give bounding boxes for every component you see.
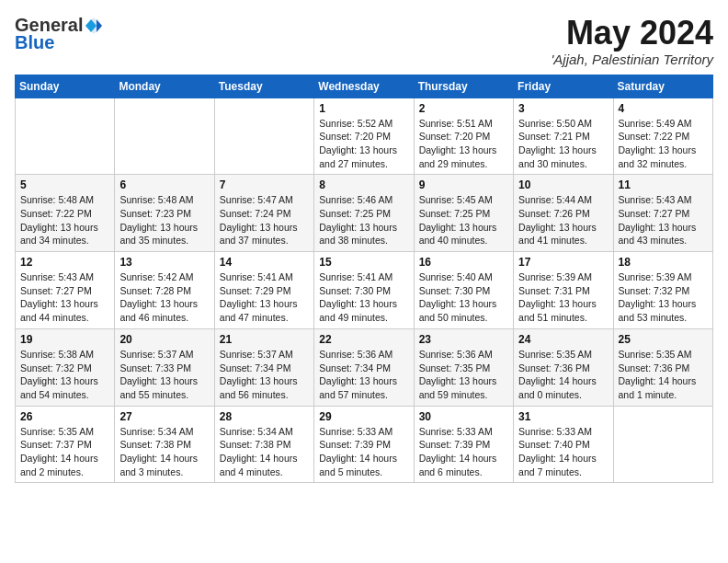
calendar-cell: 22Sunrise: 5:36 AM Sunset: 7:34 PM Dayli…: [314, 328, 414, 406]
day-number: 9: [419, 178, 508, 191]
day-number: 22: [319, 333, 408, 346]
calendar-cell: 27Sunrise: 5:34 AM Sunset: 7:38 PM Dayli…: [115, 406, 214, 483]
day-number: 28: [220, 410, 309, 423]
calendar-cell: 5Sunrise: 5:48 AM Sunset: 7:22 PM Daylig…: [16, 175, 115, 252]
calendar-cell: 25Sunrise: 5:35 AM Sunset: 7:36 PM Dayli…: [613, 328, 712, 406]
day-number: 21: [220, 333, 309, 346]
calendar-cell: 26Sunrise: 5:35 AM Sunset: 7:37 PM Dayli…: [16, 406, 115, 483]
calendar-cell: 23Sunrise: 5:36 AM Sunset: 7:35 PM Dayli…: [414, 328, 513, 406]
day-info: Sunrise: 5:41 AM Sunset: 7:30 PM Dayligh…: [319, 270, 408, 325]
day-info: Sunrise: 5:35 AM Sunset: 7:36 PM Dayligh…: [518, 348, 608, 402]
svg-marker-1: [97, 19, 102, 32]
day-info: Sunrise: 5:46 AM Sunset: 7:25 PM Dayligh…: [319, 193, 408, 247]
month-title: May 2024: [551, 15, 713, 52]
calendar-cell: 9Sunrise: 5:45 AM Sunset: 7:25 PM Daylig…: [414, 175, 513, 252]
day-info: Sunrise: 5:43 AM Sunset: 7:27 PM Dayligh…: [619, 193, 708, 247]
calendar-cell: 30Sunrise: 5:33 AM Sunset: 7:39 PM Dayli…: [414, 406, 513, 483]
day-info: Sunrise: 5:45 AM Sunset: 7:25 PM Dayligh…: [419, 193, 508, 247]
calendar-cell: 12Sunrise: 5:43 AM Sunset: 7:27 PM Dayli…: [16, 252, 115, 329]
day-number: 6: [119, 178, 209, 191]
day-info: Sunrise: 5:52 AM Sunset: 7:20 PM Dayligh…: [319, 117, 408, 171]
day-number: 1: [319, 102, 408, 115]
calendar-week-row: 5Sunrise: 5:48 AM Sunset: 7:22 PM Daylig…: [16, 175, 713, 252]
calendar-cell: [214, 98, 313, 175]
calendar-cell: 2Sunrise: 5:51 AM Sunset: 7:20 PM Daylig…: [414, 98, 513, 175]
column-header-sunday: Sunday: [16, 75, 115, 98]
calendar-cell: 28Sunrise: 5:34 AM Sunset: 7:38 PM Dayli…: [214, 406, 313, 483]
day-number: 17: [518, 256, 608, 269]
day-number: 3: [518, 102, 608, 115]
location: 'Ajjah, Palestinian Territory: [551, 52, 713, 67]
calendar-week-row: 1Sunrise: 5:52 AM Sunset: 7:20 PM Daylig…: [16, 98, 713, 175]
page-header: General Blue May 2024 'Ajjah, Palestinia…: [15, 15, 713, 67]
calendar-table: SundayMondayTuesdayWednesdayThursdayFrid…: [15, 75, 713, 484]
calendar-cell: 21Sunrise: 5:37 AM Sunset: 7:34 PM Dayli…: [214, 328, 313, 406]
logo: General Blue: [15, 15, 105, 53]
day-info: Sunrise: 5:37 AM Sunset: 7:34 PM Dayligh…: [220, 348, 309, 402]
day-number: 16: [419, 256, 508, 269]
calendar-cell: 14Sunrise: 5:41 AM Sunset: 7:29 PM Dayli…: [214, 252, 313, 329]
day-number: 12: [20, 256, 109, 269]
day-info: Sunrise: 5:33 AM Sunset: 7:39 PM Dayligh…: [419, 425, 508, 479]
day-info: Sunrise: 5:42 AM Sunset: 7:28 PM Dayligh…: [119, 270, 209, 325]
day-info: Sunrise: 5:39 AM Sunset: 7:32 PM Dayligh…: [619, 270, 708, 325]
day-info: Sunrise: 5:37 AM Sunset: 7:33 PM Dayligh…: [119, 348, 209, 402]
day-number: 27: [119, 410, 209, 423]
calendar-cell: 29Sunrise: 5:33 AM Sunset: 7:39 PM Dayli…: [314, 406, 414, 483]
day-info: Sunrise: 5:36 AM Sunset: 7:35 PM Dayligh…: [419, 348, 508, 402]
column-header-monday: Monday: [115, 75, 214, 98]
day-info: Sunrise: 5:33 AM Sunset: 7:39 PM Dayligh…: [319, 425, 408, 479]
day-info: Sunrise: 5:48 AM Sunset: 7:22 PM Dayligh…: [20, 193, 109, 247]
calendar-cell: 17Sunrise: 5:39 AM Sunset: 7:31 PM Dayli…: [514, 252, 613, 329]
calendar-week-row: 12Sunrise: 5:43 AM Sunset: 7:27 PM Dayli…: [16, 252, 713, 329]
day-info: Sunrise: 5:43 AM Sunset: 7:27 PM Dayligh…: [20, 270, 109, 325]
day-number: 4: [619, 102, 708, 115]
title-block: May 2024 'Ajjah, Palestinian Territory: [551, 15, 713, 67]
day-info: Sunrise: 5:36 AM Sunset: 7:34 PM Dayligh…: [319, 348, 408, 402]
day-info: Sunrise: 5:40 AM Sunset: 7:30 PM Dayligh…: [419, 270, 508, 325]
day-number: 14: [220, 256, 309, 269]
calendar-cell: 6Sunrise: 5:48 AM Sunset: 7:23 PM Daylig…: [115, 175, 214, 252]
day-number: 2: [419, 102, 508, 115]
logo-icon: [84, 16, 104, 36]
day-number: 24: [518, 333, 608, 346]
day-info: Sunrise: 5:44 AM Sunset: 7:26 PM Dayligh…: [518, 193, 608, 247]
day-info: Sunrise: 5:41 AM Sunset: 7:29 PM Dayligh…: [220, 270, 309, 325]
calendar-cell: 31Sunrise: 5:33 AM Sunset: 7:40 PM Dayli…: [514, 406, 613, 483]
day-info: Sunrise: 5:35 AM Sunset: 7:37 PM Dayligh…: [20, 425, 109, 479]
column-header-wednesday: Wednesday: [314, 75, 414, 98]
calendar-week-row: 26Sunrise: 5:35 AM Sunset: 7:37 PM Dayli…: [16, 406, 713, 483]
day-number: 29: [319, 410, 408, 423]
day-info: Sunrise: 5:48 AM Sunset: 7:23 PM Dayligh…: [119, 193, 209, 247]
day-info: Sunrise: 5:39 AM Sunset: 7:31 PM Dayligh…: [518, 270, 608, 325]
column-header-thursday: Thursday: [414, 75, 513, 98]
day-info: Sunrise: 5:47 AM Sunset: 7:24 PM Dayligh…: [220, 193, 309, 247]
calendar-cell: 3Sunrise: 5:50 AM Sunset: 7:21 PM Daylig…: [514, 98, 613, 175]
day-number: 20: [119, 333, 209, 346]
day-number: 26: [20, 410, 109, 423]
day-number: 23: [419, 333, 508, 346]
day-number: 10: [518, 178, 608, 191]
day-number: 31: [518, 410, 608, 423]
day-info: Sunrise: 5:33 AM Sunset: 7:40 PM Dayligh…: [518, 425, 608, 479]
calendar-cell: 16Sunrise: 5:40 AM Sunset: 7:30 PM Dayli…: [414, 252, 513, 329]
day-number: 19: [20, 333, 109, 346]
day-info: Sunrise: 5:50 AM Sunset: 7:21 PM Dayligh…: [518, 117, 608, 171]
calendar-cell: [115, 98, 214, 175]
calendar-cell: 20Sunrise: 5:37 AM Sunset: 7:33 PM Dayli…: [115, 328, 214, 406]
day-info: Sunrise: 5:35 AM Sunset: 7:36 PM Dayligh…: [619, 348, 708, 402]
calendar-cell: 11Sunrise: 5:43 AM Sunset: 7:27 PM Dayli…: [613, 175, 712, 252]
calendar-cell: 8Sunrise: 5:46 AM Sunset: 7:25 PM Daylig…: [314, 175, 414, 252]
day-number: 8: [319, 178, 408, 191]
day-number: 13: [119, 256, 209, 269]
day-info: Sunrise: 5:49 AM Sunset: 7:22 PM Dayligh…: [619, 117, 708, 171]
calendar-header-row: SundayMondayTuesdayWednesdayThursdayFrid…: [16, 75, 713, 98]
day-info: Sunrise: 5:38 AM Sunset: 7:32 PM Dayligh…: [20, 348, 109, 402]
day-info: Sunrise: 5:51 AM Sunset: 7:20 PM Dayligh…: [419, 117, 508, 171]
calendar-cell: 13Sunrise: 5:42 AM Sunset: 7:28 PM Dayli…: [115, 252, 214, 329]
day-number: 7: [220, 178, 309, 191]
day-info: Sunrise: 5:34 AM Sunset: 7:38 PM Dayligh…: [119, 425, 209, 479]
logo-blue: Blue: [15, 32, 54, 53]
calendar-cell: 19Sunrise: 5:38 AM Sunset: 7:32 PM Dayli…: [16, 328, 115, 406]
day-info: Sunrise: 5:34 AM Sunset: 7:38 PM Dayligh…: [220, 425, 309, 479]
